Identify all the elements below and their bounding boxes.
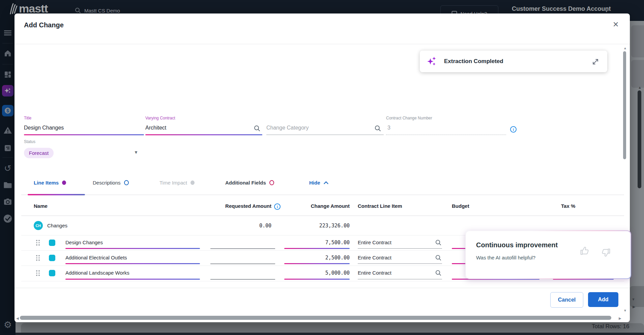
row-cli-underline <box>358 263 442 264</box>
row-checkbox[interactable] <box>49 270 55 276</box>
col-name: Name <box>34 203 48 209</box>
col-budget: Budget <box>452 203 469 209</box>
row-cli-search-icon[interactable] <box>435 270 441 276</box>
row-checkbox[interactable] <box>49 255 55 261</box>
extraction-toast-title: Extraction Completed <box>444 58 503 65</box>
feedback-question: Was the AI autofill helpful? <box>476 255 535 260</box>
tab-additional-fields-label: Additional Fields <box>225 180 266 186</box>
contract-change-number-info-icon[interactable]: i <box>510 126 517 133</box>
ai-sparkles-icon <box>427 56 437 66</box>
group-name: Changes <box>47 223 67 228</box>
change-category-input[interactable]: Change Category <box>266 125 309 131</box>
tab-descriptions-label: Descriptions <box>93 180 121 186</box>
blue-circle-icon <box>124 180 129 185</box>
change-category-search-icon[interactable] <box>375 125 381 132</box>
varying-contract-search-icon[interactable] <box>254 125 260 132</box>
row-contract-line-item[interactable]: Entire Contract <box>358 270 391 276</box>
header-divider <box>14 44 630 44</box>
row-divider <box>21 281 624 281</box>
extraction-toast[interactable]: Extraction Completed <box>420 51 607 72</box>
row-name-input[interactable]: Additional Electrical Outlets <box>65 255 127 260</box>
thumbs-down-icon[interactable] <box>601 247 611 257</box>
row-change-input[interactable]: 7,500.00 <box>292 240 350 246</box>
feedback-popup: Continuous improvement Was the AI autofi… <box>465 230 631 279</box>
col-requested: Requested Amount <box>212 203 271 209</box>
row-checkbox[interactable] <box>49 240 55 246</box>
tab-additional-fields[interactable]: Additional Fields <box>225 180 274 186</box>
active-tab-indicator <box>28 194 85 195</box>
row-cli-search-icon[interactable] <box>435 255 441 261</box>
modal-title: Add Change <box>24 21 64 29</box>
hide-label: Hide <box>309 180 320 186</box>
contract-change-number-underline <box>386 135 506 135</box>
gray-dot-icon <box>191 180 195 185</box>
varying-contract-input[interactable]: Architect <box>145 125 166 131</box>
group-requested: 0.00 <box>214 223 271 229</box>
contract-change-number-input[interactable]: 3 <box>387 125 390 131</box>
row-change-input[interactable]: 2,500.00 <box>292 255 350 261</box>
hide-toggle[interactable]: Hide <box>309 180 328 186</box>
screen: mastt Mastt CS Demo Need Help? Customer … <box>0 0 644 335</box>
row-cli-underline <box>358 279 442 279</box>
varying-contract-underline <box>145 134 262 135</box>
status-pill[interactable]: Forecast <box>24 148 54 158</box>
row-requested-input[interactable] <box>210 279 275 280</box>
filled-dot-icon <box>62 180 66 185</box>
tab-descriptions[interactable]: Descriptions <box>93 180 129 186</box>
tab-line-items[interactable]: Line Items <box>34 180 66 186</box>
status-label: Status <box>24 139 35 144</box>
drag-handle-icon[interactable] <box>36 240 40 246</box>
col-change: Change Amount <box>291 203 350 209</box>
group-change: 223,326.00 <box>292 223 350 229</box>
col-contract-line-item: Contract Line Item <box>358 203 402 209</box>
tab-time-impact: Time Impact <box>159 180 195 186</box>
varying-contract-label: Varying Contract <box>145 116 175 120</box>
row-cli-search-icon[interactable] <box>435 240 441 246</box>
row-name-input[interactable]: Design Changes <box>65 240 103 245</box>
row-change-underline <box>284 248 350 249</box>
magenta-circle-icon <box>269 180 274 185</box>
tabs-divider <box>21 195 624 195</box>
modal-scroll-left-icon[interactable]: ◀ <box>16 317 19 320</box>
status-dropdown-caret-icon[interactable]: ▼ <box>134 150 138 155</box>
close-icon[interactable]: ✕ <box>613 20 619 29</box>
row-contract-line-item[interactable]: Entire Contract <box>358 240 391 245</box>
title-field-underline <box>24 134 144 135</box>
modal-scroll-right-icon[interactable]: ▶ <box>619 317 621 320</box>
row-name-input[interactable]: Additional Landscape Works <box>65 270 129 276</box>
row-requested-input[interactable] <box>210 248 275 249</box>
feedback-title: Continuous improvement <box>476 241 558 249</box>
modal-scroll-up-icon[interactable]: ▲ <box>623 47 627 50</box>
requested-amount-info-icon[interactable]: i <box>274 203 281 210</box>
title-field-label: Title <box>24 116 31 120</box>
row-name-underline <box>65 279 200 280</box>
expand-icon[interactable] <box>592 58 599 65</box>
modal-hscrollbar-thumb[interactable] <box>20 316 611 320</box>
thumbs-up-icon[interactable] <box>580 246 590 256</box>
row-cli-underline <box>358 248 442 249</box>
change-badge: CH <box>34 221 43 230</box>
footer-divider <box>14 288 630 288</box>
chevron-up-icon <box>324 181 328 184</box>
contract-change-number-label: Contract Change Number <box>386 116 432 120</box>
cancel-button[interactable]: Cancel <box>550 292 583 308</box>
drag-handle-icon[interactable] <box>36 270 40 276</box>
tab-line-items-label: Line Items <box>34 180 59 186</box>
add-button[interactable]: Add <box>588 292 618 307</box>
modal-scroll-down-icon[interactable]: ▼ <box>623 309 627 312</box>
row-name-underline <box>65 248 200 249</box>
row-change-underline <box>284 279 350 280</box>
row-contract-line-item[interactable]: Entire Contract <box>358 255 391 260</box>
title-field-input[interactable]: Design Changes <box>24 125 64 131</box>
change-category-underline <box>266 135 384 135</box>
tab-time-impact-label: Time Impact <box>159 180 187 186</box>
modal-vscrollbar-thumb[interactable] <box>623 51 626 159</box>
col-tax: Tax % <box>561 203 575 209</box>
row-change-input[interactable]: 5,000.00 <box>292 270 350 276</box>
row-requested-input[interactable] <box>210 263 275 264</box>
row-name-underline <box>65 263 200 264</box>
drag-handle-icon[interactable] <box>36 255 40 261</box>
row-change-underline <box>284 263 350 264</box>
